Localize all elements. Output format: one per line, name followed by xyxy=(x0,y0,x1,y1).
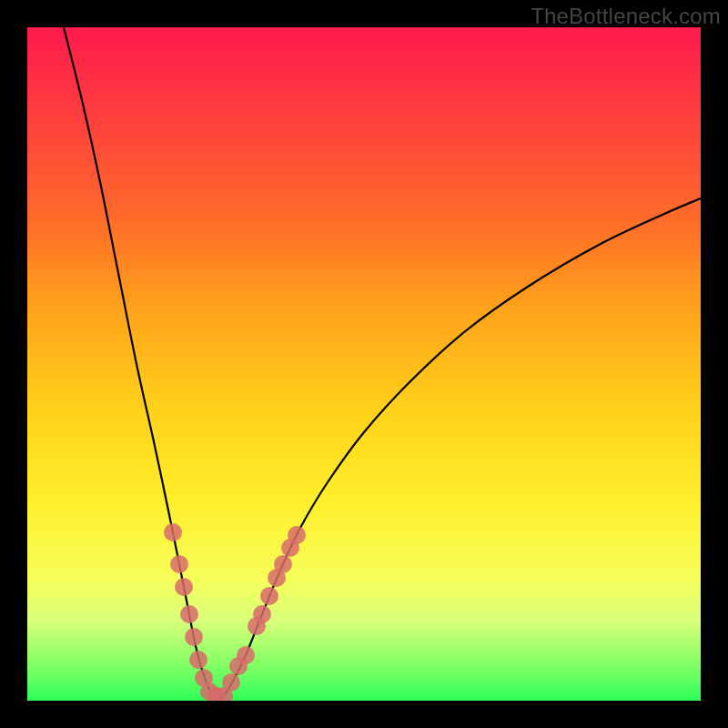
data-point xyxy=(222,673,240,692)
chart-svg xyxy=(27,27,701,701)
watermark-text: TheBottleneck.com xyxy=(531,4,721,29)
bottleneck-curve xyxy=(64,27,701,698)
data-point xyxy=(170,555,188,573)
marker-group xyxy=(164,523,306,701)
data-point xyxy=(185,628,203,646)
data-point xyxy=(260,587,278,605)
data-point xyxy=(175,578,193,596)
data-point xyxy=(164,523,182,541)
data-point xyxy=(237,646,255,664)
data-point xyxy=(180,605,198,623)
data-point xyxy=(274,555,292,573)
data-point xyxy=(253,605,271,623)
chart-frame: TheBottleneck.com xyxy=(0,0,728,728)
plot-area xyxy=(27,27,701,701)
data-point xyxy=(288,526,306,544)
data-point xyxy=(189,651,207,669)
